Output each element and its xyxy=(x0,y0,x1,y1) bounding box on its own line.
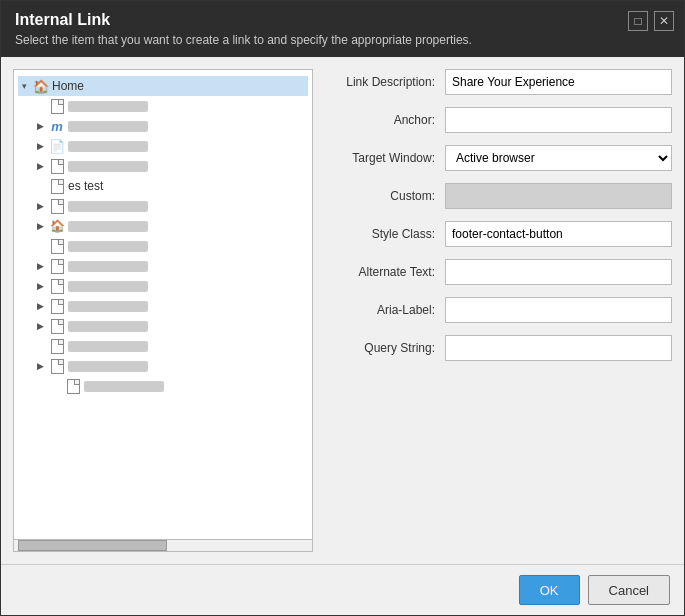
list-item[interactable]: ▶ xyxy=(34,316,308,336)
page-icon xyxy=(49,358,65,374)
style-class-control xyxy=(445,221,672,247)
tree-label xyxy=(68,241,148,252)
custom-control xyxy=(445,183,672,209)
home-icon: 🏠 xyxy=(49,218,65,234)
anchor-label: Anchor: xyxy=(325,113,445,127)
tree-children: ▶ ▶ m ▶ xyxy=(18,96,308,396)
list-item[interactable]: ▶ xyxy=(50,376,308,396)
list-item[interactable]: ▶ xyxy=(34,236,308,256)
custom-label: Custom: xyxy=(325,189,445,203)
page-icon xyxy=(49,318,65,334)
list-item[interactable]: ▶ xyxy=(34,276,308,296)
tree-label xyxy=(68,201,148,212)
link-description-label: Link Description: xyxy=(325,75,445,89)
list-item[interactable]: ▶ xyxy=(34,296,308,316)
page-icon xyxy=(49,278,65,294)
tree-toggle[interactable]: ▶ xyxy=(34,200,46,212)
tree-label xyxy=(68,221,148,232)
page-icon xyxy=(65,378,81,394)
tree-toggle-home[interactable]: ▾ xyxy=(18,80,30,92)
list-item[interactable]: ▶ xyxy=(34,256,308,276)
query-string-row: Query String: xyxy=(325,335,672,361)
dialog-subtitle: Select the item that you want to create … xyxy=(15,33,670,47)
list-item[interactable]: ▶ xyxy=(34,96,308,116)
page-icon xyxy=(49,178,65,194)
tree-label xyxy=(68,121,148,132)
custom-row: Custom: xyxy=(325,183,672,209)
tree-label xyxy=(84,381,164,392)
list-item[interactable]: ▶ xyxy=(34,196,308,216)
alternate-text-label: Alternate Text: xyxy=(325,265,445,279)
tree-toggle[interactable]: ▶ xyxy=(34,300,46,312)
tree-scroll[interactable]: ▾ 🏠 Home ▶ xyxy=(14,70,312,539)
link-description-input[interactable] xyxy=(445,69,672,95)
tree-label xyxy=(68,341,148,352)
tree-toggle[interactable]: ▶ xyxy=(34,320,46,332)
tree-toggle[interactable]: ▶ xyxy=(34,280,46,292)
aria-label-label: Aria-Label: xyxy=(325,303,445,317)
tree-label xyxy=(68,101,148,112)
internal-link-dialog: Internal Link Select the item that you w… xyxy=(0,0,685,616)
query-string-control xyxy=(445,335,672,361)
list-item[interactable]: ▶ xyxy=(34,356,308,376)
tree-toggle[interactable]: ▶ xyxy=(34,160,46,172)
target-window-select[interactable]: Active browser New window Parent window … xyxy=(445,145,672,171)
aria-label-input[interactable] xyxy=(445,297,672,323)
dialog-footer: OK Cancel xyxy=(1,564,684,615)
tree-panel: ▾ 🏠 Home ▶ xyxy=(13,69,313,552)
style-class-row: Style Class: xyxy=(325,221,672,247)
anchor-row: Anchor: xyxy=(325,107,672,133)
page-icon xyxy=(49,238,65,254)
style-class-input[interactable] xyxy=(445,221,672,247)
dialog-body: ▾ 🏠 Home ▶ xyxy=(1,57,684,564)
page-icon xyxy=(49,258,65,274)
list-item[interactable]: ▶ es test xyxy=(34,176,308,196)
home-icon: 🏠 xyxy=(33,78,49,94)
dialog-title: Internal Link xyxy=(15,11,670,29)
tree-label xyxy=(68,141,148,152)
list-item[interactable]: ▶ 🏠 xyxy=(34,216,308,236)
tree-horizontal-scrollbar[interactable] xyxy=(14,539,312,551)
tree-label xyxy=(68,301,148,312)
custom-disabled-field xyxy=(445,183,672,209)
query-string-label: Query String: xyxy=(325,341,445,355)
alternate-text-row: Alternate Text: xyxy=(325,259,672,285)
tree-toggle[interactable]: ▶ xyxy=(34,120,46,132)
list-item[interactable]: ▶ 📄 xyxy=(34,136,308,156)
tree-toggle[interactable]: ▶ xyxy=(34,220,46,232)
ok-button[interactable]: OK xyxy=(519,575,580,605)
tree-label xyxy=(68,261,148,272)
tree-item-home[interactable]: ▾ 🏠 Home xyxy=(18,76,308,96)
page-icon xyxy=(49,298,65,314)
list-item[interactable]: ▶ xyxy=(34,336,308,356)
cancel-button[interactable]: Cancel xyxy=(588,575,670,605)
target-window-row: Target Window: Active browser New window… xyxy=(325,145,672,171)
tree-label xyxy=(68,321,148,332)
tree-toggle[interactable]: ▶ xyxy=(34,360,46,372)
page-icon xyxy=(49,198,65,214)
list-item[interactable]: ▶ xyxy=(34,156,308,176)
page-icon xyxy=(49,338,65,354)
tree-toggle[interactable]: ▶ xyxy=(34,260,46,272)
page-icon xyxy=(49,158,65,174)
media-icon: m xyxy=(49,118,65,134)
dialog-controls: □ ✕ xyxy=(628,11,674,31)
target-window-control: Active browser New window Parent window … xyxy=(445,145,672,171)
tree-subchildren: ▶ xyxy=(34,376,308,396)
file-icon: 📄 xyxy=(49,138,65,154)
tree-label xyxy=(68,361,148,372)
alternate-text-input[interactable] xyxy=(445,259,672,285)
link-description-row: Link Description: xyxy=(325,69,672,95)
list-item[interactable]: ▶ m xyxy=(34,116,308,136)
restore-button[interactable]: □ xyxy=(628,11,648,31)
tree-toggle[interactable]: ▶ xyxy=(34,140,46,152)
page-icon xyxy=(49,98,65,114)
anchor-input[interactable] xyxy=(445,107,672,133)
close-button[interactable]: ✕ xyxy=(654,11,674,31)
tree-label xyxy=(68,281,148,292)
form-panel: Link Description: Anchor: Target Window:… xyxy=(325,69,672,552)
tree-content: ▾ 🏠 Home ▶ xyxy=(14,70,312,402)
query-string-input[interactable] xyxy=(445,335,672,361)
style-class-label: Style Class: xyxy=(325,227,445,241)
alternate-text-control xyxy=(445,259,672,285)
